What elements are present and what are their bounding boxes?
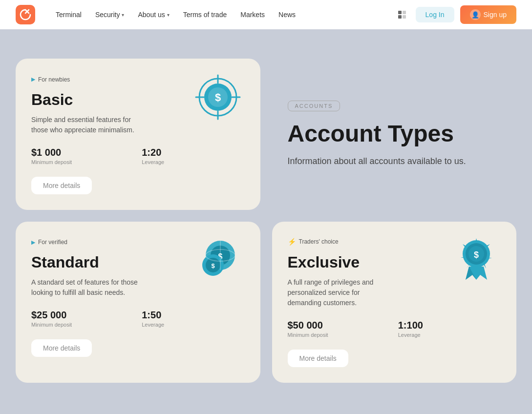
svg-text:$: $ — [474, 250, 479, 260]
standard-deposit-label: Minimum deposit — [31, 322, 134, 328]
basic-stats: $1 000 Minimum deposit 1:20 Leverage — [31, 147, 245, 165]
standard-description: A standard set of features for those loo… — [31, 277, 139, 298]
exclusive-leverage-value: 1:100 — [398, 320, 501, 331]
basic-more-details-button[interactable]: More details — [31, 177, 92, 194]
top-grid: ▶ For newbies $ Basic S — [16, 59, 516, 210]
exclusive-deposit-stat: $50 000 Minimum deposit — [288, 320, 390, 338]
nav-terminal[interactable]: Terminal — [51, 8, 86, 21]
basic-deposit-stat: $1 000 Minimum deposit — [31, 147, 134, 165]
standard-badge: ▶ For verified — [31, 239, 67, 246]
info-description: Information about all accounts available… — [288, 155, 501, 168]
notification-icon[interactable] — [394, 7, 410, 22]
exclusive-card-icon: $ — [447, 233, 501, 287]
exclusive-deposit-value: $50 000 — [288, 320, 390, 331]
svg-rect-2 — [403, 11, 406, 14]
standard-deposit-value: $25 000 — [31, 310, 134, 321]
standard-leverage-label: Leverage — [142, 322, 244, 328]
signup-label: Sign up — [484, 11, 507, 19]
bottom-grid: ▶ For verified $ $ Standard A stand — [16, 222, 516, 383]
basic-leverage-value: 1:20 — [142, 147, 244, 158]
standard-badge-arrow-icon: ▶ — [31, 239, 35, 246]
basic-badge-arrow-icon: ▶ — [31, 76, 35, 83]
security-dropdown-arrow: ▾ — [122, 12, 124, 18]
standard-card-icon: $ $ — [191, 233, 245, 287]
signup-avatar-icon: 👤 — [470, 9, 481, 20]
exclusive-leverage-label: Leverage — [398, 332, 501, 338]
header: Terminal Security ▾ About us ▾ Terms of … — [0, 0, 532, 29]
basic-deposit-value: $1 000 — [31, 147, 134, 158]
exclusive-more-details-button[interactable]: More details — [288, 350, 348, 367]
standard-stats: $25 000 Minimum deposit 1:50 Leverage — [31, 310, 245, 328]
basic-leverage-label: Leverage — [142, 159, 244, 165]
main-content: ▶ For newbies $ Basic S — [0, 29, 532, 414]
exclusive-stats: $50 000 Minimum deposit 1:100 Leverage — [288, 320, 501, 338]
basic-badge: ▶ For newbies — [31, 76, 70, 83]
info-title: Account Types — [288, 121, 501, 147]
exclusive-description: A full range of privileges and personali… — [288, 277, 395, 308]
basic-card-icon: $ — [191, 70, 245, 124]
logo[interactable] — [16, 5, 35, 24]
standard-deposit-stat: $25 000 Minimum deposit — [31, 310, 134, 328]
basic-leverage-stat: 1:20 Leverage — [142, 147, 244, 165]
svg-rect-3 — [403, 15, 406, 19]
header-actions: Log In 👤 Sign up — [394, 5, 516, 24]
login-button[interactable]: Log In — [416, 7, 454, 22]
basic-card: ▶ For newbies $ Basic S — [16, 59, 260, 210]
nav-markets[interactable]: Markets — [235, 8, 270, 21]
about-dropdown-arrow: ▾ — [167, 12, 170, 18]
standard-more-details-button[interactable]: More details — [31, 339, 92, 357]
standard-badge-text: For verified — [38, 239, 67, 246]
nav-about[interactable]: About us ▾ — [133, 8, 174, 21]
exclusive-leverage-stat: 1:100 Leverage — [398, 320, 501, 338]
basic-badge-text: For newbies — [38, 76, 70, 83]
exclusive-deposit-label: Minimum deposit — [288, 332, 390, 338]
svg-text:$: $ — [211, 262, 215, 269]
nav-terms[interactable]: Terms of trade — [178, 8, 232, 21]
exclusive-badge-star-icon: ⚡ — [288, 238, 296, 246]
standard-leverage-value: 1:50 — [142, 310, 244, 321]
standard-leverage-stat: 1:50 Leverage — [142, 310, 244, 328]
nav-security[interactable]: Security ▾ — [90, 8, 129, 21]
svg-text:$: $ — [214, 91, 220, 104]
info-panel: ACCOUNTS Account Types Information about… — [272, 59, 517, 210]
nav-news[interactable]: News — [274, 8, 300, 21]
exclusive-card: ⚡ Traders' choice — [272, 222, 517, 383]
signup-button[interactable]: 👤 Sign up — [460, 5, 516, 24]
exclusive-badge-text: Traders' choice — [299, 238, 339, 245]
basic-description: Simple and essential features for those … — [31, 115, 139, 135]
standard-card: ▶ For verified $ $ Standard A stand — [16, 222, 260, 383]
accounts-tag: ACCOUNTS — [288, 101, 340, 111]
svg-rect-0 — [398, 11, 402, 14]
svg-rect-1 — [398, 15, 402, 19]
exclusive-badge: ⚡ Traders' choice — [288, 238, 339, 246]
main-nav: Terminal Security ▾ About us ▾ Terms of … — [51, 8, 394, 21]
basic-deposit-label: Minimum deposit — [31, 159, 134, 165]
